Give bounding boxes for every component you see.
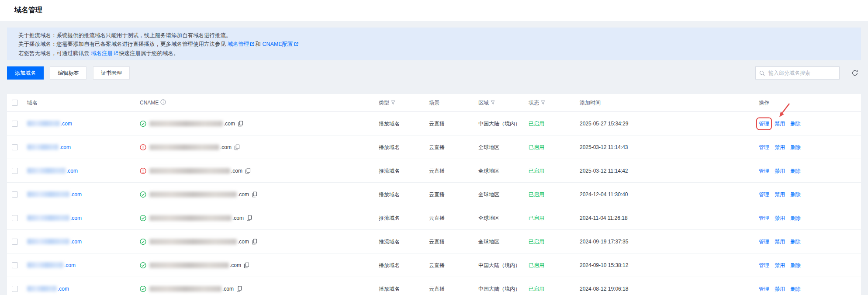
domain-link[interactable]: .com [61, 121, 72, 127]
actions-cell: 管理禁用删除 [759, 214, 806, 222]
filter-icon[interactable] [491, 100, 495, 106]
domain-search-box[interactable] [755, 66, 840, 80]
cname-cell: .com [140, 285, 242, 292]
filter-icon[interactable] [541, 100, 545, 106]
domain-link[interactable]: .com [64, 262, 76, 268]
row-checkbox[interactable] [12, 121, 18, 127]
cname-ok-icon [140, 191, 146, 198]
refresh-icon[interactable] [851, 69, 858, 76]
delete-action-link[interactable]: 删除 [790, 261, 801, 269]
cname-suffix: .com [220, 144, 232, 150]
cname-cell: .com [140, 144, 239, 150]
delete-action-link[interactable]: 删除 [790, 120, 801, 127]
copy-icon[interactable] [235, 144, 239, 150]
domain-link[interactable]: .com [70, 239, 82, 245]
row-checkbox[interactable] [12, 191, 18, 198]
disable-action-link[interactable]: 禁用 [775, 167, 785, 174]
cname-ok-icon [140, 238, 146, 245]
region-cell: 中国大陆（境内） [478, 261, 520, 269]
manage-action-link[interactable]: 管理 [759, 191, 769, 198]
region-cell: 全球地区 [478, 214, 499, 222]
disable-action-link[interactable]: 禁用 [775, 214, 785, 222]
filter-icon[interactable] [391, 100, 395, 106]
copy-icon[interactable] [247, 215, 252, 221]
link-domain-manage[interactable]: 域名管理 [227, 41, 249, 47]
disable-action-link[interactable]: 禁用 [775, 120, 785, 127]
scene-cell: 云直播 [429, 167, 445, 174]
row-checkbox[interactable] [12, 262, 18, 268]
add-domain-button[interactable]: 添加域名 [7, 66, 44, 80]
disable-action-link[interactable]: 禁用 [775, 238, 785, 245]
disable-action-link[interactable]: 禁用 [775, 191, 785, 198]
domain-link[interactable]: .com [70, 215, 82, 221]
banner-line-2: 关于播放域名：您需要添加自有已备案域名进行直播播放，更多域名管理使用方法参见 域… [18, 40, 861, 49]
disable-action-link[interactable]: 禁用 [775, 261, 785, 269]
header-actions: 操作 [759, 99, 769, 107]
page-title: 域名管理 [14, 6, 42, 15]
select-all-checkbox[interactable] [12, 100, 18, 106]
header-region-label: 区域 [478, 99, 489, 107]
domain-link[interactable]: .com [66, 168, 78, 174]
redacted-domain [27, 191, 69, 197]
actions-cell: 管理禁用删除 [759, 143, 806, 151]
domain-link[interactable]: .com [59, 144, 71, 150]
disable-action-link[interactable]: 禁用 [775, 143, 785, 151]
domain-link[interactable]: .com [58, 286, 69, 292]
manage-action-link[interactable]: 管理 [759, 285, 769, 292]
manage-action-link[interactable]: 管理 [759, 238, 769, 245]
domain-link[interactable]: .com [70, 191, 82, 198]
delete-action-link[interactable]: 删除 [790, 214, 801, 222]
info-icon[interactable] [160, 99, 166, 106]
search-input[interactable] [768, 69, 839, 76]
status-badge: 已启用 [529, 167, 544, 174]
link-domain-register[interactable]: 域名注册 [91, 50, 113, 56]
cname-cell: .com [140, 238, 257, 245]
row-checkbox[interactable] [12, 239, 18, 245]
scene-cell: 云直播 [429, 143, 445, 151]
delete-action-link[interactable]: 删除 [790, 167, 801, 174]
actions-cell: 管理禁用删除 [759, 167, 806, 174]
delete-action-link[interactable]: 删除 [790, 191, 801, 198]
scene-cell: 云直播 [429, 285, 445, 292]
edit-tags-button[interactable]: 编辑标签 [50, 66, 86, 80]
cname-suffix: .com [238, 191, 249, 198]
manage-action-link[interactable]: 管理 [759, 261, 769, 269]
added-time-cell: 2024-12-04 11:30:40 [580, 191, 628, 198]
copy-icon[interactable] [244, 262, 249, 268]
cname-cell: .com [140, 120, 243, 127]
delete-action-link[interactable]: 删除 [790, 143, 801, 151]
manage-action-link[interactable]: 管理 [759, 167, 769, 174]
cname-ok-icon [140, 285, 146, 292]
copy-icon[interactable] [252, 191, 257, 197]
copy-icon[interactable] [238, 121, 243, 126]
row-checkbox[interactable] [12, 215, 18, 221]
row-checkbox[interactable] [12, 168, 18, 174]
domain-cell: .com [27, 286, 69, 292]
header-type-label: 类型 [379, 99, 389, 107]
redacted-cname [149, 239, 237, 244]
disable-action-link[interactable]: 禁用 [775, 285, 785, 292]
redacted-cname [149, 168, 230, 174]
copy-icon[interactable] [246, 168, 250, 174]
cname-warning-icon [140, 167, 146, 174]
copy-icon[interactable] [252, 239, 257, 244]
manage-action-link[interactable]: 管理 [759, 143, 769, 151]
added-time-cell: 2024-09-10 15:38:12 [580, 262, 628, 268]
row-checkbox[interactable] [12, 286, 18, 292]
manage-action-link[interactable]: 管理 [759, 120, 769, 127]
copy-icon[interactable] [237, 286, 242, 292]
link-cname-config[interactable]: CNAME配置 [262, 41, 293, 47]
type-cell: 播放域名 [379, 191, 400, 198]
domain-cell: .com [27, 168, 78, 174]
table-row: .com.com推流域名云直播全球地区已启用2024-09-19 17:37:3… [7, 230, 861, 253]
delete-action-link[interactable]: 删除 [790, 238, 801, 245]
manage-action-link[interactable]: 管理 [759, 214, 769, 222]
cname-suffix: .com [238, 239, 249, 245]
cert-manage-button[interactable]: 证书管理 [93, 66, 130, 80]
header-scene: 场景 [429, 99, 439, 107]
table-row: .com.com推流域名云直播全球地区已启用2024-11-04 11:26:1… [7, 206, 861, 230]
redacted-domain [27, 286, 57, 292]
row-checkbox[interactable] [12, 144, 18, 150]
redacted-domain [27, 215, 69, 221]
delete-action-link[interactable]: 删除 [790, 285, 801, 292]
